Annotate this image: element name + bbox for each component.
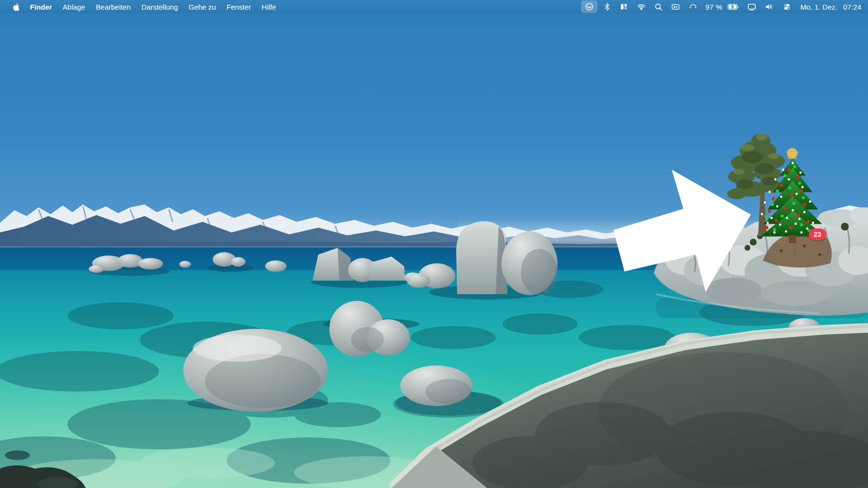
battery-percent[interactable]: 97 % — [702, 3, 723, 11]
menu-bar-status: 97 % — [580, 0, 868, 14]
active-app-name[interactable]: Finder — [25, 3, 57, 11]
bluetooth-icon[interactable] — [599, 1, 615, 12]
menu-bar-date[interactable]: Mo. 1. Dez. — [796, 3, 841, 11]
apple-logo-icon — [13, 2, 20, 11]
apple-menu[interactable] — [8, 0, 25, 14]
card-two-dots-icon[interactable] — [667, 1, 684, 12]
menu-bar-left: Finder Ablage Bearbeiten Darstellung Geh… — [0, 0, 282, 14]
desktop: 23 Finder Ablage Bearbeiten Darstellung … — [0, 0, 868, 488]
spotlight-search-icon[interactable] — [650, 1, 667, 12]
app-menu-extra-icon[interactable] — [581, 0, 597, 13]
wifi-icon[interactable] — [633, 1, 650, 12]
screen-mirroring-icon[interactable] — [743, 1, 760, 12]
menu-ablage[interactable]: Ablage — [57, 3, 91, 11]
menu-bearbeiten[interactable]: Bearbeiten — [91, 3, 136, 11]
badge-count: 23 — [814, 230, 821, 238]
menu-gehe-zu[interactable]: Gehe zu — [183, 3, 221, 11]
notification-badge: 23 — [809, 229, 826, 240]
menu-bar-clock[interactable]: 07:24 — [840, 3, 861, 11]
menu-fenster[interactable]: Fenster — [221, 3, 257, 11]
battery-charging-icon[interactable] — [723, 1, 743, 12]
dotted-arc-icon[interactable] — [684, 1, 702, 12]
desktop-wallpaper — [0, 0, 868, 488]
menu-bar: Finder Ablage Bearbeiten Darstellung Geh… — [0, 0, 868, 14]
menu-darstellung[interactable]: Darstellung — [136, 3, 183, 11]
control-center-icon[interactable] — [778, 1, 796, 12]
window-tiling-icon[interactable] — [615, 1, 633, 12]
menu-hilfe[interactable]: Hilfe — [257, 3, 282, 11]
volume-icon[interactable] — [760, 1, 778, 12]
